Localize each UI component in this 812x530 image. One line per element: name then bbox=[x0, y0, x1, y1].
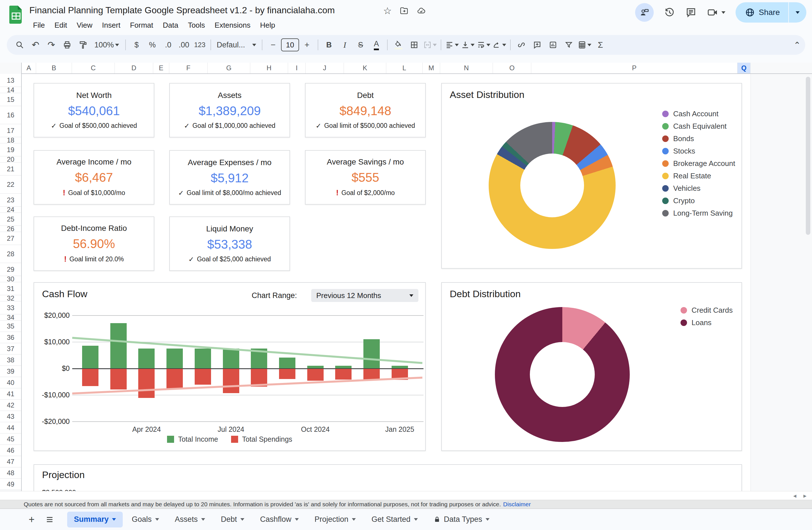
sheets-logo-icon[interactable] bbox=[9, 6, 23, 24]
row-header-47[interactable]: 47 bbox=[0, 456, 21, 467]
sheet-tab-get-started[interactable]: Get Started bbox=[365, 512, 425, 528]
column-header-F[interactable]: F bbox=[169, 63, 208, 73]
row-header-23[interactable]: 23 bbox=[0, 194, 21, 206]
paint-format-button[interactable] bbox=[75, 37, 91, 53]
create-filter-button[interactable] bbox=[561, 37, 577, 53]
row-header-28[interactable]: 28 bbox=[0, 245, 21, 263]
column-header-H[interactable]: H bbox=[250, 63, 288, 73]
select-all-corner[interactable] bbox=[0, 63, 22, 74]
column-header-O[interactable]: O bbox=[493, 63, 531, 73]
column-header-E[interactable]: E bbox=[153, 63, 169, 73]
row-header-24[interactable]: 24 bbox=[0, 206, 21, 213]
row-header-19[interactable]: 19 bbox=[0, 143, 21, 156]
row-header-48[interactable]: 48 bbox=[0, 467, 21, 478]
move-folder-icon[interactable] bbox=[400, 6, 408, 15]
all-sheets-button[interactable] bbox=[42, 512, 58, 528]
insert-link-button[interactable] bbox=[513, 37, 529, 53]
merge-cells-button[interactable] bbox=[422, 37, 438, 53]
row-header-31[interactable]: 31 bbox=[0, 282, 21, 295]
redo-button[interactable]: ↷ bbox=[43, 37, 59, 53]
row-header-22[interactable]: 22 bbox=[0, 175, 21, 194]
decrease-font-size-button[interactable]: − bbox=[265, 37, 281, 53]
row-header-33[interactable]: 33 bbox=[0, 301, 21, 314]
strikethrough-button[interactable]: S bbox=[353, 37, 368, 53]
column-header-D[interactable]: D bbox=[115, 63, 153, 73]
debt-distribution-panel[interactable]: Debt Distribution Credit CardsLoans bbox=[441, 282, 742, 451]
sheet-canvas[interactable]: Net Worth$540,061✓Goal of $500,000 achie… bbox=[0, 74, 812, 491]
column-header-N[interactable]: N bbox=[440, 63, 493, 73]
star-icon[interactable]: ☆ bbox=[383, 5, 392, 16]
sheet-tab-summary[interactable]: Summary bbox=[67, 512, 123, 528]
row-header-18[interactable]: 18 bbox=[0, 137, 21, 143]
menu-edit[interactable]: Edit bbox=[50, 19, 72, 32]
menu-insert[interactable]: Insert bbox=[97, 19, 125, 32]
undo-button[interactable]: ↶ bbox=[28, 37, 43, 53]
column-header-J[interactable]: J bbox=[306, 63, 344, 73]
vertical-scrollbar[interactable] bbox=[806, 77, 810, 235]
horizontal-align-button[interactable] bbox=[444, 37, 460, 53]
insert-comment-button[interactable] bbox=[529, 37, 545, 53]
column-header-A[interactable]: A bbox=[22, 63, 36, 73]
row-header-44[interactable]: 44 bbox=[0, 422, 21, 433]
column-header-B[interactable]: B bbox=[36, 63, 72, 73]
text-rotation-button[interactable] bbox=[492, 37, 507, 53]
version-history-icon[interactable] bbox=[664, 7, 675, 18]
format-percent-button[interactable]: % bbox=[144, 37, 160, 53]
column-header-M[interactable]: M bbox=[423, 63, 440, 73]
column-header-G[interactable]: G bbox=[208, 63, 250, 73]
menu-help[interactable]: Help bbox=[255, 19, 280, 32]
menu-format[interactable]: Format bbox=[125, 19, 158, 32]
text-wrap-button[interactable] bbox=[476, 37, 492, 53]
row-header-21[interactable]: 21 bbox=[0, 162, 21, 175]
row-header-35[interactable]: 35 bbox=[0, 320, 21, 332]
row-header-37[interactable]: 37 bbox=[0, 343, 21, 355]
italic-button[interactable]: I bbox=[337, 37, 353, 53]
horizontal-scrollbar[interactable]: ◂ ▸ bbox=[0, 491, 812, 500]
column-header-Q[interactable]: Q bbox=[738, 63, 751, 73]
row-header-17[interactable]: 17 bbox=[0, 124, 21, 137]
row-header-43[interactable]: 43 bbox=[0, 411, 21, 422]
menu-view[interactable]: View bbox=[72, 19, 97, 32]
borders-button[interactable] bbox=[406, 37, 422, 53]
font-select[interactable]: Defaul... bbox=[214, 37, 259, 53]
increase-font-size-button[interactable]: + bbox=[299, 37, 315, 53]
more-formats-button[interactable]: 123 bbox=[192, 37, 208, 53]
comments-icon[interactable] bbox=[685, 7, 697, 18]
share-menu-button[interactable] bbox=[789, 2, 806, 23]
projection-panel[interactable]: Projection $2,500,000 bbox=[33, 464, 742, 491]
row-header-13[interactable]: 13 bbox=[0, 74, 21, 87]
search-icon[interactable] bbox=[12, 37, 28, 53]
bold-button[interactable]: B bbox=[321, 37, 337, 53]
row-header-49[interactable]: 49 bbox=[0, 478, 21, 490]
menu-extensions[interactable]: Extensions bbox=[210, 19, 255, 32]
scroll-right-button[interactable]: ▸ bbox=[801, 492, 809, 500]
decrease-decimal-button[interactable]: .0 bbox=[160, 37, 176, 53]
column-header-C[interactable]: C bbox=[72, 63, 115, 73]
share-button[interactable]: Share bbox=[736, 2, 806, 23]
row-header-20[interactable]: 20 bbox=[0, 156, 21, 162]
zoom-select[interactable]: 100% bbox=[91, 37, 122, 53]
vertical-align-button[interactable] bbox=[460, 37, 476, 53]
sheet-tab-debt[interactable]: Debt bbox=[214, 512, 251, 528]
menu-tools[interactable]: Tools bbox=[183, 19, 210, 32]
sheet-tab-cashflow[interactable]: Cashflow bbox=[253, 512, 306, 528]
row-header-36[interactable]: 36 bbox=[0, 332, 21, 343]
menu-file[interactable]: File bbox=[28, 19, 50, 32]
row-header-27[interactable]: 27 bbox=[0, 232, 21, 245]
column-header-L[interactable]: L bbox=[386, 63, 423, 73]
sheet-tab-goals[interactable]: Goals bbox=[125, 512, 166, 528]
row-header-32[interactable]: 32 bbox=[0, 295, 21, 301]
disclaimer-link[interactable]: Disclaimer bbox=[503, 501, 531, 508]
format-currency-button[interactable]: $ bbox=[129, 37, 144, 53]
collapse-toolbar-button[interactable]: ⌃ bbox=[794, 40, 801, 50]
document-title[interactable]: Financial Planning Template Google Sprea… bbox=[29, 5, 335, 15]
print-button[interactable] bbox=[59, 37, 75, 53]
menu-data[interactable]: Data bbox=[158, 19, 183, 32]
row-header-45[interactable]: 45 bbox=[0, 433, 21, 445]
asset-distribution-panel[interactable]: Asset Distribution Cash AccountCash Equi… bbox=[441, 83, 742, 269]
row-header-25[interactable]: 25 bbox=[0, 213, 21, 226]
row-header-30[interactable]: 30 bbox=[0, 276, 21, 282]
text-color-button[interactable]: A bbox=[368, 37, 384, 53]
fill-color-button[interactable] bbox=[391, 37, 406, 53]
sheet-tab-assets[interactable]: Assets bbox=[168, 512, 212, 528]
